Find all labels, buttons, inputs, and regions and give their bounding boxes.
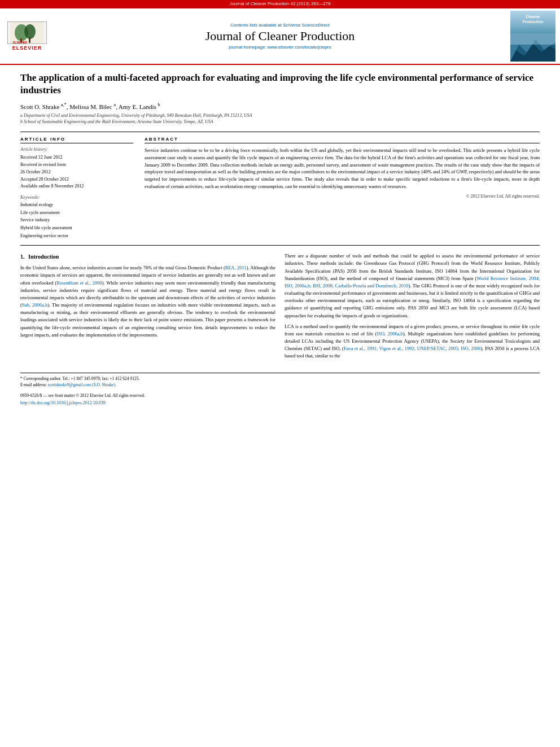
doi-link[interactable]: http://dx.doi.org/10.1016/j.jclepro.2012…: [20, 400, 540, 407]
journal-citation: Journal of Cleaner Production 42 (2013) …: [229, 1, 330, 6]
keyword-1: Industrial ecology: [20, 201, 133, 209]
revised-label: Received in revised form: [20, 161, 133, 169]
main-content: The application of a multi-faceted appro…: [0, 65, 560, 413]
intro-paragraph-3: LCA is a method used to quantify the env…: [285, 323, 540, 360]
svg-point-2: [24, 24, 36, 39]
affiliations: a Department of Civil and Environmental …: [20, 112, 540, 125]
journal-title: Journal of Cleaner Production: [54, 29, 506, 43]
issn-text: 0959-6526/$ — see front matter © 2012 El…: [20, 392, 540, 399]
journal-url[interactable]: www.elsevier.com/locate/jclepro: [268, 45, 331, 50]
email-link[interactable]: scottshrake9@gmail.com (S.O. Shrake).: [48, 382, 116, 387]
ref-fava[interactable]: Fava et al., 1991; Vigon et al., 1992; U…: [344, 346, 481, 351]
affiliation-b: b School of Sustainable Engineering and …: [20, 119, 540, 125]
authors: Scott O. Shrake a,*, Melissa M. Bilec a,…: [20, 102, 540, 110]
sciverse-line: Contents lists available at SciVerse Sci…: [54, 23, 506, 28]
ref-iso2006[interactable]: ISO, 2006a,b: [377, 331, 403, 337]
intro-paragraph-1: In the United States alone, service indu…: [20, 264, 275, 339]
article-meta: ARTICLE INFO Article history: Received 1…: [20, 137, 540, 239]
article-info-header: ARTICLE INFO: [20, 137, 133, 143]
journal-header: ELSEVIER ELSEVIER Contents lists availab…: [0, 7, 560, 65]
svg-rect-9: [510, 33, 555, 45]
elsevier-logo-image: ELSEVIER: [7, 21, 47, 44]
keyword-3: Service industry: [20, 216, 133, 224]
abstract-text: Service industries continue to be to be …: [145, 147, 540, 190]
issn-line: 0959-6526/$ — see front matter © 2012 El…: [20, 392, 540, 407]
journal-cover-image: Cleaner Production: [510, 11, 555, 62]
footnote-area: * Corresponding author. Tel.: +1 847 345…: [20, 373, 540, 407]
author-list: Scott O. Shrake a,*, Melissa M. Bilec a,…: [20, 103, 160, 110]
keyword-5: Engineering service sector: [20, 232, 133, 240]
received-date: Received 12 June 2012: [20, 154, 133, 161]
revised-date: 26 October 2012: [20, 169, 133, 176]
intro-paragraph-2: There are a disparate number of tools an…: [285, 252, 540, 320]
svg-text:ELSEVIER: ELSEVIER: [13, 41, 27, 44]
email-footnote: E-mail address: scottshrake9@gmail.com (…: [20, 382, 540, 388]
divider-2: [20, 245, 540, 246]
elsevier-brand-text: ELSEVIER: [12, 45, 42, 51]
journal-top-bar: Journal of Cleaner Production 42 (2013) …: [0, 0, 560, 7]
accepted-date: Accepted 28 October 2012: [20, 176, 133, 184]
elsevier-logo: ELSEVIER ELSEVIER: [5, 21, 50, 51]
ref-suh[interactable]: Suh, 2006a,b: [22, 302, 47, 308]
journal-homepage: journal homepage: www.elsevier.com/locat…: [54, 45, 506, 50]
ref-wri[interactable]: World Resource Institute, 2004; ISO, 200…: [285, 276, 540, 289]
keywords-list: Industrial ecology Life cycle assessment…: [20, 201, 133, 239]
keywords-label: Keywords:: [20, 195, 133, 200]
section1-num: 1.: [20, 254, 25, 260]
abstract-section: ABSTRACT Service industries continue to …: [145, 137, 540, 239]
abstract-header: ABSTRACT: [145, 137, 540, 143]
article-dates: Received 12 June 2012 Received in revise…: [20, 154, 133, 190]
body-left-col: 1. Introduction In the United States alo…: [20, 252, 275, 363]
copyright: © 2012 Elsevier Ltd. All rights reserved…: [145, 194, 540, 199]
affiliation-a: a Department of Civil and Environmental …: [20, 112, 540, 119]
ref-rosenblum[interactable]: Rosenblum et al., 2000: [56, 280, 102, 286]
ref-bea[interactable]: BEA, 2011: [225, 265, 247, 270]
corresponding-footnote: * Corresponding author. Tel.: +1 847 345…: [20, 375, 540, 382]
body-columns: 1. Introduction In the United States alo…: [20, 252, 540, 363]
email-label: E-mail address:: [20, 382, 47, 387]
keyword-2: Life cycle assessment: [20, 209, 133, 217]
keyword-4: Hybrid life cycle assessment: [20, 224, 133, 232]
divider-1: [20, 132, 540, 132]
journal-center: Contents lists available at SciVerse Sci…: [54, 23, 506, 50]
cover-text: Cleaner Production: [522, 13, 545, 25]
svg-rect-4: [29, 37, 30, 43]
body-right-col: There are a disparate number of tools an…: [285, 252, 540, 363]
sciverse-link[interactable]: SciVerse ScienceDirect: [283, 23, 330, 28]
history-label: Article history:: [20, 147, 133, 152]
section1-heading: 1. Introduction: [20, 252, 275, 261]
available-date: Available online 8 November 2012: [20, 183, 133, 190]
paper-title: The application of a multi-faceted appro…: [20, 72, 540, 97]
section1-title: Introduction: [28, 254, 59, 260]
article-info: ARTICLE INFO Article history: Received 1…: [20, 137, 133, 239]
